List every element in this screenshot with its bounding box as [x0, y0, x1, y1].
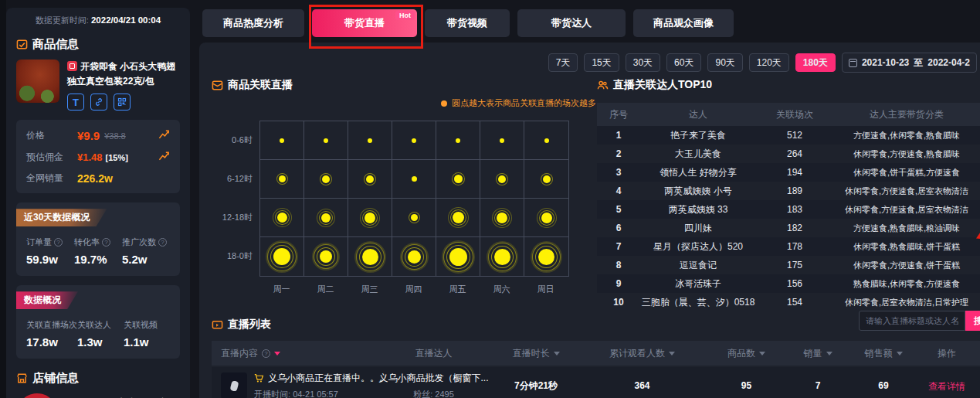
range-button-15天[interactable]: 15天	[584, 53, 619, 72]
sort-caret-icon[interactable]	[274, 352, 280, 355]
live-search: 搜	[859, 311, 980, 331]
live-search-button[interactable]: 搜	[965, 311, 980, 331]
range-button-7天[interactable]: 7天	[548, 53, 578, 72]
date-range-picker[interactable]: 2021-10-23 至 2022-04-2	[842, 53, 977, 73]
help-icon[interactable]	[158, 238, 167, 247]
tab-3[interactable]: 带货视频	[425, 9, 510, 37]
bubble-dot[interactable]	[411, 214, 418, 221]
shop-avatar[interactable]: 小石头	[14, 391, 61, 398]
top10-streamer-name[interactable]: 两英威姨姨 小号	[640, 185, 756, 198]
sort-caret-icon[interactable]	[669, 352, 675, 355]
bubble-dot[interactable]	[500, 138, 504, 143]
top10-row[interactable]: 10三胞胎（晨、芸、汐）0518154休闲零食,居室衣物清洁,日常护理	[597, 293, 980, 311]
top10-row[interactable]: 3领悟人生 好物分享194休闲零食,饼干蛋糕,方便速食	[597, 163, 980, 182]
top10-count: 175	[756, 260, 833, 270]
bubble-dot[interactable]	[456, 138, 460, 143]
top10-streamer-name[interactable]: 四川妹	[640, 222, 756, 235]
text-copy-icon[interactable]: T	[67, 94, 84, 111]
tab-4[interactable]: 带货达人	[517, 9, 626, 37]
bubble-dot[interactable]	[543, 175, 551, 183]
top10-streamer-name[interactable]: 大玉儿美食	[640, 148, 756, 161]
sort-caret-icon[interactable]	[554, 352, 560, 355]
live-col-header-7[interactable]: 销售额	[849, 347, 918, 360]
bubble-dot[interactable]	[279, 175, 286, 182]
bubble-dot[interactable]	[320, 250, 332, 263]
live-col-header-3[interactable]: 直播时长	[493, 347, 578, 360]
bubble-dot[interactable]	[541, 213, 552, 223]
top10-streamer-name[interactable]: 两英威姨姨 33	[640, 203, 756, 216]
bubble-dot[interactable]	[412, 138, 416, 143]
range-button-30天[interactable]: 30天	[626, 53, 660, 72]
bubble-dot[interactable]	[454, 175, 463, 183]
bubble-dot[interactable]	[497, 213, 507, 223]
bubble-dot[interactable]	[453, 212, 464, 223]
live-col-header-4[interactable]: 累计观看人数	[578, 347, 706, 360]
bubble-dot[interactable]	[365, 213, 375, 223]
top10-category: 熟食腊味,休闲零食,方便速食	[833, 278, 980, 290]
top10-row[interactable]: 6四川妹182方便速食,熟食腊味,粮油调味	[597, 219, 980, 237]
bubble-dot[interactable]	[544, 138, 549, 143]
stat-label: 推广次数	[122, 236, 156, 248]
top10-streamer-name[interactable]: 艳子来了美食	[640, 129, 756, 142]
top10-streamer-name[interactable]: 领悟人生 好物分享	[640, 166, 756, 179]
top10-row[interactable]: 8逗逗食记175休闲零食,方便速食,饼干蛋糕	[597, 256, 980, 274]
range-button-180天[interactable]: 180天	[795, 53, 836, 72]
live-col-header-1[interactable]: 直播内容	[212, 347, 374, 360]
bubble-dot[interactable]	[449, 248, 467, 266]
bubble-dot[interactable]	[324, 138, 328, 143]
bubble-dot[interactable]	[494, 249, 510, 265]
live-table-row[interactable]: 义乌小商品正在直播中。。。 开播时间: 04-21 05:57 义乌小商品批发（…	[212, 367, 980, 398]
top10-row[interactable]: 7星月（探店达人）520178休闲零食,熟食腊味,饼干蛋糕	[597, 237, 980, 256]
bubble-dot[interactable]	[408, 250, 421, 264]
bubble-dot[interactable]	[362, 249, 378, 265]
top10-streamer-name[interactable]: 冰哥活珠子	[640, 277, 756, 291]
bubble-dot[interactable]	[366, 175, 374, 183]
bubble-dot[interactable]	[412, 176, 417, 182]
bubble-dot[interactable]	[538, 249, 554, 265]
sort-caret-icon[interactable]	[759, 352, 765, 355]
help-icon[interactable]	[262, 349, 270, 358]
price-trend-icon[interactable]	[158, 128, 170, 143]
top10-streamer-name[interactable]: 三胞胎（晨、芸、汐）0518	[640, 296, 756, 309]
product-title[interactable]: 开袋即食 小石头大鸭翅 独立真空包装22克/包	[67, 60, 180, 88]
bubble-dot[interactable]	[368, 138, 372, 143]
range-button-90天[interactable]: 90天	[707, 53, 742, 72]
top10-row[interactable]: 9冰哥活珠子156熟食腊味,休闲零食,方便速食	[597, 274, 980, 293]
top10-streamer-name[interactable]: 星月（探店达人）520	[640, 240, 756, 253]
stats-30d-ribbon: 近30天数据概况	[16, 209, 107, 226]
help-icon[interactable]	[102, 238, 110, 247]
range-button-120天[interactable]: 120天	[749, 53, 789, 72]
date-separator: 至	[914, 56, 923, 70]
bubble-dot[interactable]	[280, 138, 284, 143]
bubble-dot[interactable]	[273, 248, 290, 265]
top10-row[interactable]: 5两英威姨姨 33183休闲零食,方便速食,居室衣物清洁	[597, 200, 980, 219]
sort-caret-icon[interactable]	[826, 352, 832, 355]
live-start-label: 开播时间:	[254, 389, 290, 398]
bubble-cell	[260, 160, 304, 199]
tab-2[interactable]: 带货直播Hot	[312, 9, 417, 37]
qr-code-icon[interactable]	[114, 94, 131, 111]
top10-row[interactable]: 4两英威姨姨 小号189休闲零食,方便速食,居室衣物清洁	[597, 182, 980, 200]
bubble-dot[interactable]	[322, 175, 330, 183]
live-col-header-6[interactable]: 销量	[787, 347, 849, 360]
live-col-header-5[interactable]: 商品数	[706, 347, 787, 360]
total-sales-label: 全网销量	[26, 172, 77, 185]
sort-caret-icon[interactable]	[897, 352, 903, 355]
bubble-dot[interactable]	[321, 213, 331, 223]
top10-row[interactable]: 2大玉儿美食264休闲零食,方便速食,熟食腊味	[597, 145, 980, 163]
link-icon[interactable]	[90, 94, 107, 111]
update-time-value: 2022/04/21 00:04	[91, 15, 161, 25]
live-streamer-name[interactable]: 义乌小商品批发（橱窗下...	[374, 372, 493, 385]
range-button-60天[interactable]: 60天	[666, 53, 701, 72]
bubble-dot[interactable]	[498, 175, 506, 183]
bubble-dot[interactable]	[277, 213, 287, 223]
commission-trend-icon[interactable]	[158, 150, 170, 165]
top10-streamer-name[interactable]: 逗逗食记	[640, 259, 756, 272]
product-image[interactable]	[16, 60, 59, 103]
tab-1[interactable]: 商品热度分析	[202, 9, 304, 37]
help-icon[interactable]	[54, 238, 63, 247]
view-details-link[interactable]: 查看详情	[928, 381, 965, 392]
tab-5[interactable]: 商品观众画像	[633, 9, 734, 37]
live-search-input[interactable]	[859, 311, 965, 331]
top10-row[interactable]: 1艳子来了美食512方便速食,休闲零食,熟食腊味	[597, 126, 980, 145]
